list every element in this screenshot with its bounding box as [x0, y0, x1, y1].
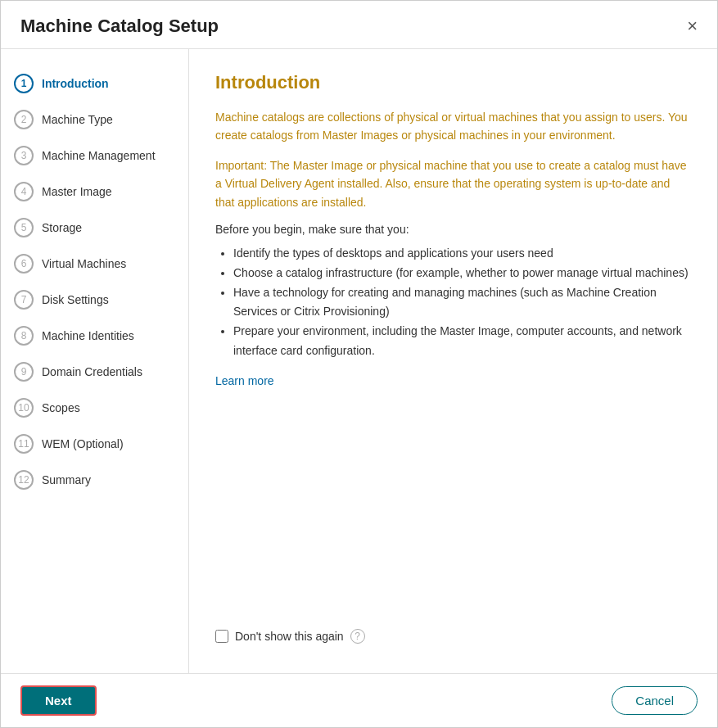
help-icon[interactable]: ? — [350, 629, 365, 644]
list-item: Have a technology for creating and manag… — [233, 283, 691, 323]
sidebar-item-virtual-machines[interactable]: 6Virtual Machines — [1, 246, 188, 282]
sidebar-item-label: Master Image — [42, 185, 112, 198]
step-number: 10 — [14, 398, 34, 418]
step-number: 6 — [14, 254, 34, 274]
dont-show-checkbox[interactable] — [215, 630, 228, 643]
content-title: Introduction — [215, 72, 691, 93]
list-item: Identify the types of desktops and appli… — [233, 244, 691, 264]
step-number: 5 — [14, 218, 34, 237]
sidebar-item-label: Storage — [42, 221, 82, 234]
step-number: 11 — [14, 434, 34, 454]
sidebar-item-scopes[interactable]: 10Scopes — [1, 390, 188, 426]
step-number: 4 — [14, 182, 34, 201]
cancel-button[interactable]: Cancel — [612, 686, 698, 715]
next-button[interactable]: Next — [20, 685, 97, 716]
sidebar-item-label: Domain Credentials — [42, 365, 142, 378]
step-number: 3 — [14, 146, 34, 165]
sidebar-item-machine-identities[interactable]: 8Machine Identities — [1, 318, 188, 354]
sidebar-item-label: Machine Management — [42, 149, 156, 162]
step-number: 7 — [14, 290, 34, 310]
sidebar-item-summary[interactable]: 12Summary — [1, 462, 188, 498]
dialog-body: 1Introduction2Machine Type3Machine Manag… — [1, 49, 717, 673]
content-area: Introduction Machine catalogs are collec… — [189, 49, 717, 673]
step-number: 8 — [14, 326, 34, 346]
before-begin-text: Before you begin, make sure that you: — [215, 223, 691, 236]
intro-paragraph1: Machine catalogs are collections of phys… — [215, 108, 691, 145]
learn-more-link[interactable]: Learn more — [215, 374, 691, 387]
sidebar-item-label: Machine Type — [42, 113, 113, 126]
dont-show-container: Don't show this again ? — [215, 629, 691, 650]
dialog-footer: Next Cancel — [1, 673, 717, 727]
sidebar-item-label: Disk Settings — [42, 293, 109, 306]
machine-catalog-setup-dialog: Machine Catalog Setup × 1Introduction2Ma… — [0, 0, 718, 728]
dialog-header: Machine Catalog Setup × — [1, 1, 717, 49]
intro-paragraph2: Important: The Master Image or physical … — [215, 156, 691, 211]
sidebar-item-wem-optional[interactable]: 11WEM (Optional) — [1, 426, 188, 462]
sidebar-item-master-image[interactable]: 4Master Image — [1, 174, 188, 210]
sidebar-item-introduction[interactable]: 1Introduction — [1, 66, 188, 102]
step-number: 9 — [14, 362, 34, 382]
close-button[interactable]: × — [687, 16, 698, 37]
sidebar-item-machine-type[interactable]: 2Machine Type — [1, 102, 188, 138]
sidebar-item-domain-credentials[interactable]: 9Domain Credentials — [1, 354, 188, 390]
step-number: 1 — [14, 74, 34, 93]
step-number: 2 — [14, 110, 34, 129]
list-item: Choose a catalog infrastructure (for exa… — [233, 264, 691, 283]
list-item: Prepare your environment, including the … — [233, 322, 691, 361]
sidebar-item-label: Virtual Machines — [42, 257, 126, 270]
sidebar-item-storage[interactable]: 5Storage — [1, 210, 188, 246]
sidebar-item-disk-settings[interactable]: 7Disk Settings — [1, 282, 188, 318]
sidebar-item-label: Introduction — [42, 77, 109, 90]
sidebar-item-label: Summary — [42, 473, 91, 486]
sidebar-item-label: WEM (Optional) — [42, 437, 124, 450]
bullet-list: Identify the types of desktops and appli… — [215, 244, 691, 361]
sidebar: 1Introduction2Machine Type3Machine Manag… — [1, 49, 189, 673]
sidebar-item-label: Scopes — [42, 401, 80, 414]
step-number: 12 — [14, 470, 34, 490]
dialog-title: Machine Catalog Setup — [20, 16, 219, 37]
dont-show-label: Don't show this again — [235, 630, 344, 643]
sidebar-item-machine-management[interactable]: 3Machine Management — [1, 138, 188, 174]
sidebar-item-label: Machine Identities — [42, 329, 134, 342]
